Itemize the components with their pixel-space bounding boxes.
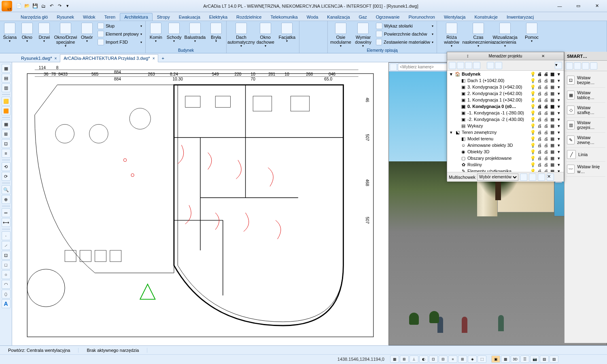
pm-bot-3[interactable]: [538, 174, 545, 181]
save-icon[interactable]: 💾: [32, 2, 39, 10]
pm-tb-4[interactable]: [473, 62, 480, 69]
project-manager-panel[interactable]: ⟟ Menadżer projektu ✕ ▾ ▾🏠Budynek💡🖨🖨▦▾◧D…: [447, 52, 564, 181]
tool-button[interactable]: ═: [2, 208, 11, 217]
sb-10[interactable]: ⬚: [478, 356, 486, 363]
tree-row[interactable]: ▢Obszary projektowane💡🖨🖨▦▾: [447, 155, 564, 161]
row-action-icon[interactable]: 🖨: [543, 136, 549, 142]
row-action-icon[interactable]: ▾: [556, 155, 562, 161]
pm-tree[interactable]: ▾🏠Budynek💡🖨🖨▦▾◧Dach 1 (+1042.00)💡🖨🖨▦▾▣3.…: [447, 71, 564, 172]
pm-tb-2[interactable]: [457, 62, 464, 69]
row-action-icon[interactable]: 🖨: [536, 168, 543, 172]
row-action-icon[interactable]: ▦: [549, 97, 556, 103]
row-action-icon[interactable]: 💡: [530, 129, 536, 135]
ribbon-tab[interactable]: Konstrukcje: [470, 13, 502, 21]
ribbon-button[interactable]: Otwór ▾: [79, 22, 95, 44]
row-action-icon[interactable]: 🖨: [543, 110, 549, 116]
tab-close-icon[interactable]: ×: [153, 56, 155, 61]
ribbon-button[interactable]: Czas nasłonecznienia ▾: [465, 22, 491, 49]
smart-item[interactable]: ✎Wstaw zewnę…: [566, 133, 605, 148]
row-action-icon[interactable]: ▦: [549, 168, 556, 172]
tree-row[interactable]: ◧Model terenu💡🖨🖨▦▾: [447, 135, 564, 142]
tool-button[interactable]: 🔍: [2, 185, 11, 194]
row-action-icon[interactable]: 🖨: [543, 142, 549, 148]
smart-item[interactable]: 〰Wstaw linię w…: [566, 162, 605, 177]
ribbon-tab[interactable]: Rysunek: [52, 13, 79, 21]
new-tab-button[interactable]: +: [158, 55, 167, 62]
tool-button[interactable]: ≡: [2, 149, 11, 158]
row-action-icon[interactable]: 💡: [530, 97, 536, 103]
row-action-icon[interactable]: ▾: [556, 162, 562, 167]
ribbon-tab[interactable]: Architektura: [120, 13, 153, 21]
ribbon-tab[interactable]: Telekomunika: [266, 13, 302, 21]
mini-icon[interactable]: [308, 42, 313, 46]
row-action-icon[interactable]: ▦: [549, 162, 556, 167]
row-action-icon[interactable]: ▦: [549, 110, 556, 116]
ribbon-tab[interactable]: Elektryka: [205, 13, 232, 21]
row-action-icon[interactable]: 🖨: [536, 129, 543, 135]
ribbon-button[interactable]: Róża wiatrów ▾: [439, 22, 465, 49]
tool-button[interactable]: ⊕: [2, 195, 11, 204]
smart-tb-1[interactable]: [566, 62, 573, 70]
mini-icon[interactable]: [301, 30, 307, 34]
ribbon-button[interactable]: Drzwi ▾: [36, 22, 53, 44]
tree-row[interactable]: ◉Obiekty 3D💡🖨🖨▦▾: [447, 148, 564, 155]
ribbon-tab[interactable]: Widok: [79, 13, 100, 21]
row-action-icon[interactable]: ▾: [556, 116, 562, 122]
row-action-icon[interactable]: ▦: [549, 136, 556, 142]
row-action-icon[interactable]: 🖨: [536, 123, 543, 129]
mini-icon[interactable]: [308, 22, 313, 26]
row-action-icon[interactable]: ▾: [556, 142, 562, 148]
tree-row[interactable]: ▾🏠Budynek💡🖨🖨▦▾: [447, 71, 564, 77]
undo-icon[interactable]: ↶: [48, 2, 55, 10]
sb-9[interactable]: ◈: [468, 356, 477, 363]
mini-icon[interactable]: [308, 38, 313, 42]
row-action-icon[interactable]: 🖨: [543, 168, 549, 172]
tree-row[interactable]: ▣1. Kondygnacja 1 (+342.00)💡🖨🖨▦▾: [447, 97, 564, 103]
row-action-icon[interactable]: ▦: [549, 78, 556, 83]
ribbon-tab[interactable]: Ogrzewanie: [371, 13, 404, 21]
row-action-icon[interactable]: 🖨: [543, 78, 549, 83]
ribbon-tab[interactable]: Ewakuacja: [174, 13, 205, 21]
tool-button[interactable]: ⊡: [2, 139, 11, 148]
row-action-icon[interactable]: 🖨: [536, 116, 543, 122]
tool-button[interactable]: ○: [2, 270, 11, 279]
row-action-icon[interactable]: 💡: [530, 110, 536, 116]
pm-close-icon[interactable]: ✕: [524, 54, 562, 58]
mini-icon[interactable]: [308, 34, 313, 38]
ribbon-tab[interactable]: Inwentaryzacj: [502, 13, 538, 21]
row-action-icon[interactable]: 💡: [530, 116, 536, 122]
open-icon[interactable]: 📂: [23, 2, 31, 10]
ribbon-button[interactable]: Okno/Drzwi specjalne ▾: [53, 22, 78, 49]
tool-button[interactable]: ⟋: [2, 241, 11, 250]
ribbon-tab[interactable]: Narzędzia głó: [16, 13, 52, 21]
tool-button[interactable]: 🟨: [2, 97, 11, 106]
row-action-icon[interactable]: 🖨: [536, 136, 543, 142]
mini-icon[interactable]: [301, 26, 307, 30]
snap-btn[interactable]: ▦: [390, 356, 399, 363]
tool-button[interactable]: ⬯: [2, 290, 11, 298]
sb-view2[interactable]: ▦: [501, 356, 510, 363]
pm-tb-6[interactable]: [495, 62, 502, 69]
mini-icon[interactable]: [308, 26, 313, 30]
mini-icon[interactable]: [301, 34, 307, 38]
tool-button[interactable]: ▦: [2, 120, 11, 129]
ribbon-small-button[interactable]: Import F3D▾: [96, 38, 144, 46]
tool-button[interactable]: ▦: [2, 64, 11, 73]
tool-button[interactable]: ⊞: [2, 129, 11, 138]
pm-bot-2[interactable]: [529, 174, 536, 181]
ribbon-button[interactable]: Okno dachowe ▾: [255, 22, 276, 49]
row-action-icon[interactable]: ▦: [549, 71, 556, 77]
tree-row[interactable]: ✎Elementy użytkownika💡🖨🖨▦▾: [447, 168, 564, 172]
ribbon-small-button[interactable]: Powierzchnie dachów▾: [374, 30, 435, 38]
row-action-icon[interactable]: ▾: [556, 149, 562, 154]
ribbon-button[interactable]: Bryła ▾: [207, 22, 225, 44]
drawing-canvas[interactable]: 1148 884 36788433 565263 8.24549 22010 2…: [12, 62, 388, 345]
tool-button[interactable]: ▤: [2, 74, 11, 83]
ribbon-button[interactable]: Schody ▾: [166, 22, 183, 44]
row-action-icon[interactable]: 🖨: [536, 104, 543, 109]
row-action-icon[interactable]: 🖨: [543, 123, 549, 129]
smart-tb-3[interactable]: [582, 62, 589, 70]
sb-cam[interactable]: 📷: [530, 356, 539, 363]
ortho-btn[interactable]: ⊥: [410, 356, 418, 363]
row-action-icon[interactable]: 🖨: [543, 91, 549, 96]
